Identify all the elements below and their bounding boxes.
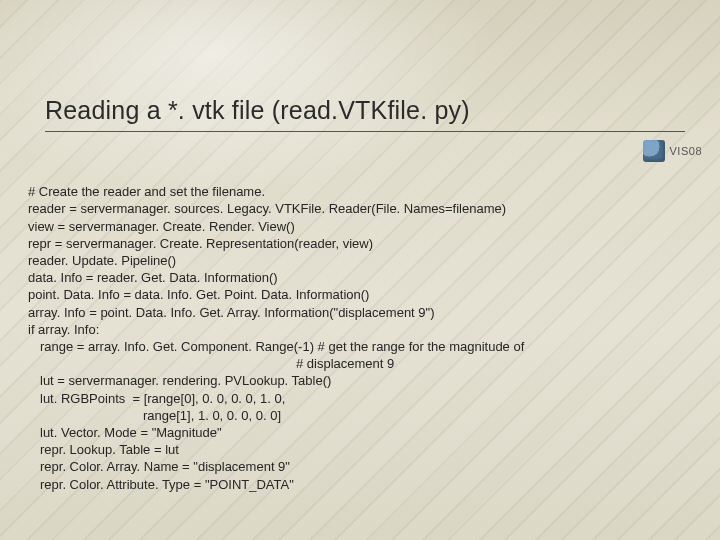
code-line: repr. Color. Array. Name = "displacement… [28,458,698,475]
code-line: point. Data. Info = data. Info. Get. Poi… [28,287,369,302]
code-line: # Create the reader and set the filename… [28,184,265,199]
code-line: lut = servermanager. rendering. PVLookup… [28,372,698,389]
logo: VIS08 [643,140,702,162]
code-line: repr. Color. Attribute. Type = "POINT_DA… [28,476,698,493]
title-block: Reading a *. vtk file (read.VTKfile. py) [45,96,685,132]
code-line: reader. Update. Pipeline() [28,253,176,268]
code-line: lut. RGBPoints = [range[0], 0. 0, 0. 0, … [28,390,698,407]
code-block: # Create the reader and set the filename… [28,166,698,493]
code-line: if array. Info: [28,322,99,337]
code-line: lut. Vector. Mode = "Magnitude" [28,424,698,441]
title-rule [45,131,685,132]
code-line: # displacement 9 [28,355,698,372]
code-line: range = array. Info. Get. Component. Ran… [28,338,698,355]
slide: Reading a *. vtk file (read.VTKfile. py)… [0,0,720,540]
code-line: repr = servermanager. Create. Representa… [28,236,373,251]
code-line: data. Info = reader. Get. Data. Informat… [28,270,278,285]
slide-title: Reading a *. vtk file (read.VTKfile. py) [45,96,685,125]
code-line: array. Info = point. Data. Info. Get. Ar… [28,305,435,320]
code-line: range[1], 1. 0, 0. 0, 0. 0] [28,407,698,424]
logo-text: VIS08 [670,145,702,157]
code-line: repr. Lookup. Table = lut [28,441,698,458]
paraview-icon [643,140,665,162]
code-line: view = servermanager. Create. Render. Vi… [28,219,295,234]
code-line: reader = servermanager. sources. Legacy.… [28,201,506,216]
